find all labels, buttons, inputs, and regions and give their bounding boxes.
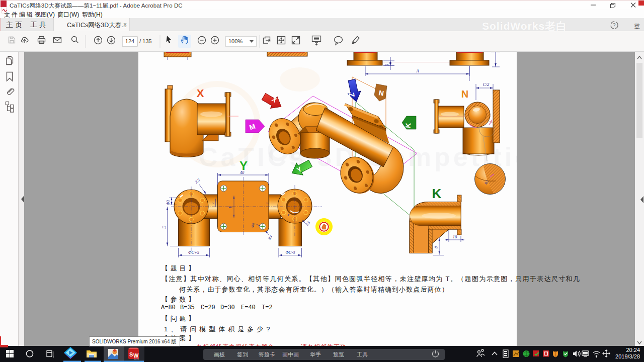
svg-text:工具: 工具 — [357, 351, 368, 357]
svg-text:S: S — [129, 351, 133, 357]
svg-text:答题卡: 答题卡 — [259, 351, 275, 357]
svg-text:签到: 签到 — [237, 351, 248, 357]
svg-text:预览: 预览 — [333, 351, 344, 357]
svg-text:画中画: 画中画 — [282, 351, 299, 357]
svg-text:举手: 举手 — [310, 351, 321, 357]
svg-text:画板: 画板 — [214, 351, 225, 357]
svg-text:2016: 2016 — [134, 357, 139, 360]
